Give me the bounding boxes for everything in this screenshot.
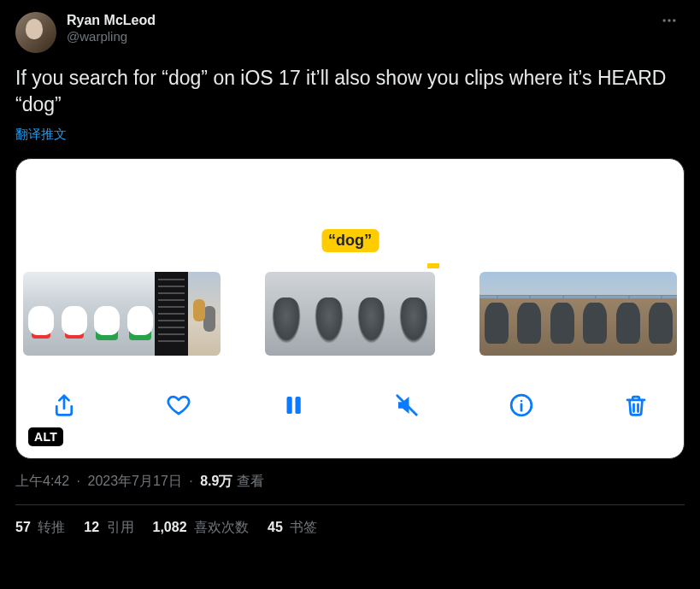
views-count: 8.9万 xyxy=(200,474,232,488)
bookmarks-label: 书签 xyxy=(290,520,317,534)
timeline-marker xyxy=(427,263,439,268)
more-icon xyxy=(661,12,678,29)
info-button[interactable] xyxy=(503,386,540,424)
clip-frame xyxy=(350,272,393,356)
clip-frame xyxy=(545,272,579,356)
bookmarks-count: 45 xyxy=(268,520,283,534)
search-token-badge: “dog” xyxy=(321,229,379,252)
mute-button[interactable] xyxy=(388,386,426,424)
avatar[interactable] xyxy=(15,12,56,53)
mute-icon xyxy=(394,392,420,418)
clip-frame xyxy=(644,272,677,356)
pause-icon xyxy=(280,392,306,418)
clip-frame xyxy=(308,272,350,356)
quotes-count: 12 xyxy=(84,520,99,534)
clip-strip[interactable] xyxy=(479,272,677,356)
share-button[interactable] xyxy=(45,386,83,424)
tweet-date[interactable]: 2023年7月17日 xyxy=(88,474,182,488)
clip-frame xyxy=(265,272,308,356)
media-card[interactable]: “dog” xyxy=(15,158,685,459)
svg-rect-3 xyxy=(286,397,291,414)
clip-strip[interactable] xyxy=(265,272,434,356)
media-toolbar xyxy=(16,356,684,436)
media-header-area: “dog” xyxy=(16,159,684,272)
views-label: 查看 xyxy=(237,474,264,488)
clip-frame xyxy=(578,272,611,356)
retweets-count: 57 xyxy=(15,520,31,534)
heart-icon xyxy=(166,392,191,418)
clip-frame xyxy=(611,272,644,356)
svg-rect-4 xyxy=(295,397,300,414)
retweets-stat[interactable]: 57 转推 xyxy=(15,519,65,537)
tweet-stats: 57 转推 12 引用 1,082 喜欢次数 45 书签 xyxy=(15,519,685,537)
svg-point-2 xyxy=(673,19,675,21)
clip-frame xyxy=(56,272,90,356)
quotes-label: 引用 xyxy=(107,520,134,534)
clip-frame xyxy=(392,272,435,356)
clip-frame xyxy=(23,272,56,356)
handle: @warpling xyxy=(67,29,156,45)
retweets-label: 转推 xyxy=(38,520,65,534)
tweet-time[interactable]: 上午4:42 xyxy=(15,474,69,488)
share-icon xyxy=(51,392,77,418)
translate-link[interactable]: 翻译推文 xyxy=(15,127,67,143)
meta-separator: · xyxy=(189,474,192,488)
clip-frame xyxy=(188,272,221,356)
tweet-header: Ryan McLeod @warpling xyxy=(15,12,685,53)
likes-count: 1,082 xyxy=(153,520,187,534)
clip-frame xyxy=(512,272,545,356)
more-button[interactable] xyxy=(654,12,685,29)
pause-button[interactable] xyxy=(274,386,312,424)
alt-badge[interactable]: ALT xyxy=(28,427,63,446)
like-button[interactable] xyxy=(160,386,197,424)
divider xyxy=(15,504,685,505)
likes-label: 喜欢次数 xyxy=(194,520,249,534)
clip-strip[interactable] xyxy=(23,272,221,356)
info-icon xyxy=(509,392,534,418)
likes-stat[interactable]: 1,082 喜欢次数 xyxy=(153,519,250,537)
author-names[interactable]: Ryan McLeod @warpling xyxy=(67,12,156,45)
tweet-container: Ryan McLeod @warpling If you search for … xyxy=(0,0,700,549)
clip-frame xyxy=(89,272,122,356)
quotes-stat[interactable]: 12 引用 xyxy=(84,519,133,537)
trash-button[interactable] xyxy=(617,386,655,424)
clip-strip-row xyxy=(16,272,684,356)
clip-frame xyxy=(122,272,156,356)
clip-frame xyxy=(155,272,188,356)
meta-separator: · xyxy=(77,474,80,488)
clip-frame xyxy=(479,272,513,356)
display-name: Ryan McLeod xyxy=(67,12,156,29)
tweet-meta: 上午4:42 · 2023年7月17日 · 8.9万 查看 xyxy=(15,473,685,491)
tweet-text: If you search for “dog” on iOS 17 it’ll … xyxy=(15,65,685,118)
svg-point-7 xyxy=(521,400,523,403)
bookmarks-stat[interactable]: 45 书签 xyxy=(268,519,317,537)
svg-point-1 xyxy=(668,19,670,21)
trash-icon xyxy=(623,392,649,418)
svg-point-0 xyxy=(663,19,666,21)
